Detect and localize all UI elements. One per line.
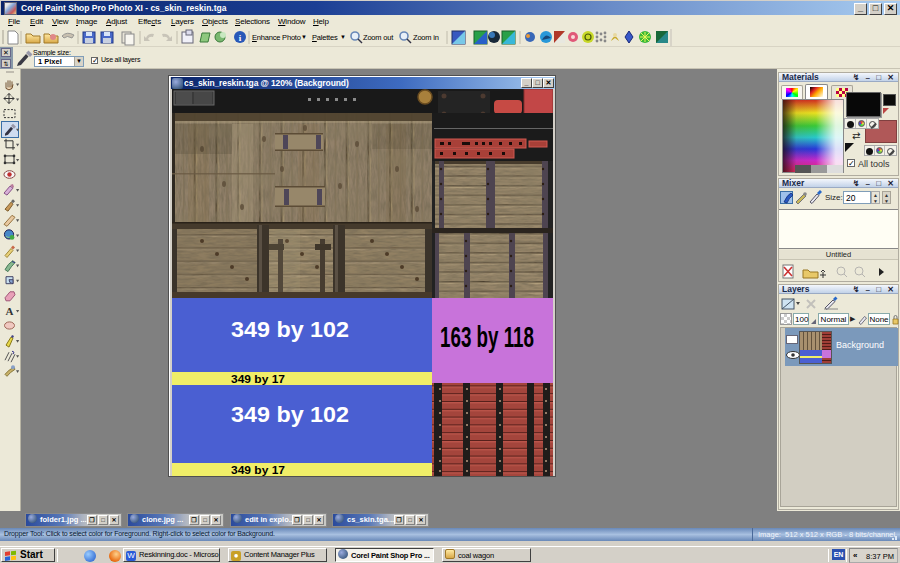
svg-text:163 by 118: 163 by 118: [440, 320, 534, 353]
svg-text:349 by 102: 349 by 102: [231, 317, 349, 342]
svg-text:349 by 17: 349 by 17: [231, 373, 285, 385]
svg-text:349 by 17: 349 by 17: [231, 464, 285, 476]
svg-text:A: A: [6, 305, 14, 317]
svg-text:349 by 102: 349 by 102: [231, 402, 349, 427]
